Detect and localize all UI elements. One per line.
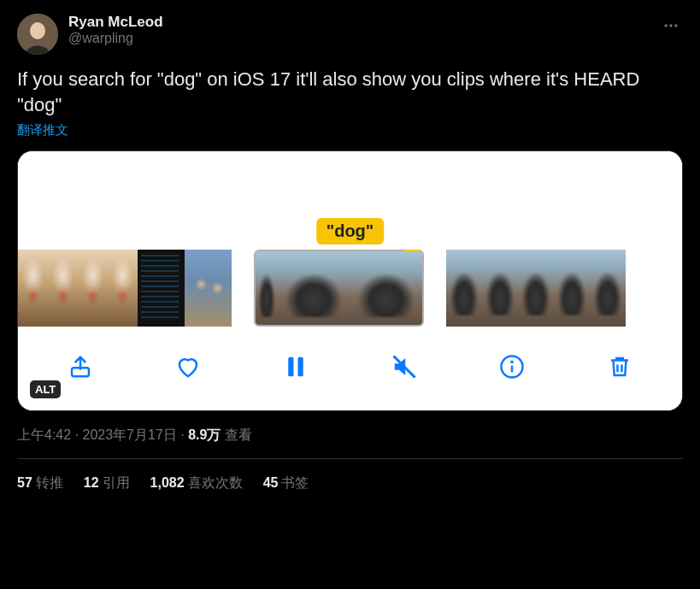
svg-point-11	[511, 362, 512, 362]
pause-icon[interactable]	[281, 352, 310, 381]
tweet-date: 2023年7月17日	[82, 427, 176, 442]
media-header: "dog"	[18, 151, 682, 250]
heart-icon[interactable]	[174, 352, 203, 381]
thumbnail	[78, 250, 108, 327]
search-highlight-label: "dog"	[316, 218, 385, 244]
views-count: 8.9万	[188, 427, 221, 442]
svg-point-2	[665, 24, 668, 27]
avatar[interactable]	[17, 14, 58, 55]
display-name: Ryan McLeod	[68, 14, 649, 31]
trash-icon[interactable]	[605, 352, 634, 381]
stats-row: 57转推 12引用 1,082喜欢次数 45书签	[17, 459, 683, 492]
tweet-container: Ryan McLeod @warpling If you search for …	[0, 0, 700, 492]
svg-point-1	[30, 22, 45, 39]
clip-group-3[interactable]	[446, 250, 626, 327]
thumbnail	[256, 251, 277, 327]
views-label: 查看	[225, 427, 252, 442]
thumbnail	[518, 250, 554, 327]
thumbnail	[350, 251, 422, 327]
bookmarks-stat[interactable]: 45书签	[263, 474, 309, 492]
meta-line[interactable]: 上午4:42 · 2023年7月17日 · 8.9万 查看	[17, 427, 683, 445]
thumbnail	[590, 250, 626, 327]
thumbnail	[18, 250, 48, 327]
thumbnail	[554, 250, 590, 327]
share-icon[interactable]	[66, 352, 95, 381]
thumbnail	[48, 250, 78, 327]
handle: @warpling	[68, 31, 649, 46]
svg-point-3	[669, 24, 672, 27]
thumbnail	[108, 250, 138, 327]
more-icon[interactable]	[659, 14, 683, 38]
media-toolbar	[18, 327, 682, 410]
video-timeline[interactable]	[18, 250, 682, 327]
mute-icon[interactable]	[390, 352, 419, 381]
translate-link[interactable]: 翻译推文	[17, 122, 68, 138]
likes-stat[interactable]: 1,082喜欢次数	[150, 474, 243, 492]
thumbnail	[482, 250, 518, 327]
media-card[interactable]: "dog"	[17, 150, 683, 411]
svg-rect-7	[298, 357, 303, 377]
thumbnail	[185, 250, 232, 327]
clip-group-1[interactable]	[18, 250, 232, 327]
thumbnail	[446, 250, 482, 327]
thumbnail	[277, 251, 350, 327]
clip-group-selected[interactable]	[254, 250, 424, 327]
svg-point-4	[674, 24, 677, 27]
tweet-time: 上午4:42	[17, 427, 71, 442]
thumbnail	[138, 250, 185, 327]
retweets-stat[interactable]: 57转推	[17, 474, 63, 492]
svg-rect-6	[289, 357, 294, 377]
quotes-stat[interactable]: 12引用	[84, 474, 130, 492]
tweet-header: Ryan McLeod @warpling	[17, 14, 683, 55]
info-icon[interactable]	[497, 352, 526, 381]
author-names[interactable]: Ryan McLeod @warpling	[68, 14, 649, 46]
alt-badge[interactable]: ALT	[30, 380, 61, 398]
tweet-text: If you search for "dog" on iOS 17 it'll …	[17, 67, 683, 117]
